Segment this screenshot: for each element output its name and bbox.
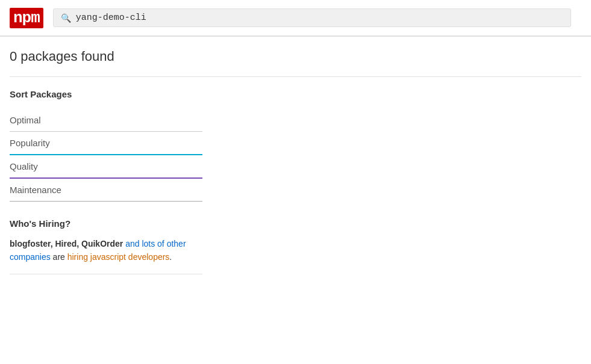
search-input[interactable]: yang-demo-cli bbox=[76, 13, 563, 23]
layout: Sort Packages Optimal Popularity Quality… bbox=[10, 89, 581, 274]
npm-logo: npm bbox=[10, 8, 43, 28]
header: npm 🔍 yang-demo-cli bbox=[0, 0, 591, 36]
whos-hiring-heading: Who's Hiring? bbox=[10, 218, 202, 229]
whos-hiring-separator bbox=[10, 274, 202, 274]
sort-optimal[interactable]: Optimal bbox=[10, 109, 202, 132]
sort-maintenance[interactable]: Maintenance bbox=[10, 179, 202, 202]
sidebar: Sort Packages Optimal Popularity Quality… bbox=[10, 89, 214, 274]
main-content: 0 packages found Sort Packages Optimal P… bbox=[0, 37, 591, 274]
content-separator bbox=[10, 76, 581, 77]
sort-quality[interactable]: Quality bbox=[10, 155, 202, 179]
search-bar[interactable]: 🔍 yang-demo-cli bbox=[53, 8, 571, 27]
hiring-link-jobs[interactable]: hiring javascript developers bbox=[67, 252, 170, 262]
hiring-companies: blogfoster, Hired, QuikOrder bbox=[10, 239, 123, 248]
search-icon: 🔍 bbox=[61, 13, 71, 23]
sort-packages-heading: Sort Packages bbox=[10, 89, 202, 99]
hiring-text-end: . bbox=[169, 252, 172, 262]
hiring-text-middle: are bbox=[51, 252, 67, 262]
hiring-text: blogfoster, Hired, QuikOrder and lots of… bbox=[10, 237, 202, 264]
whos-hiring-section: Who's Hiring? blogfoster, Hired, QuikOrd… bbox=[10, 218, 202, 274]
results-count: 0 packages found bbox=[10, 49, 581, 64]
sort-popularity[interactable]: Popularity bbox=[10, 132, 202, 155]
